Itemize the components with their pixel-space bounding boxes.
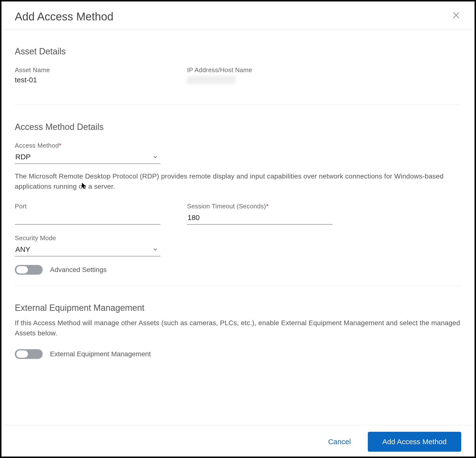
add-access-method-dialog: Add Access Method Asset Details Asset Na… [1, 1, 475, 457]
asset-details-heading: Asset Details [15, 46, 461, 57]
external-equipment-section: External Equipment Management If this Ac… [15, 286, 461, 370]
external-equipment-description: If this Access Method will manage other … [15, 318, 461, 338]
port-field-wrap: Port [15, 203, 160, 225]
external-equipment-toggle[interactable] [15, 349, 43, 359]
advanced-settings-label: Advanced Settings [50, 266, 107, 274]
close-icon[interactable] [451, 10, 461, 22]
advanced-settings-row: Advanced Settings [15, 265, 461, 275]
asset-details-section: Asset Details Asset Name test-01 IP Addr… [15, 29, 461, 105]
security-mode-select[interactable] [15, 244, 160, 256]
port-input[interactable] [15, 212, 160, 225]
dialog-footer: Cancel Add Access Method [1, 425, 475, 457]
dialog-content: Asset Details Asset Name test-01 IP Addr… [1, 29, 475, 425]
session-timeout-field-wrap: Session Timeout (Seconds)* [187, 203, 333, 225]
security-mode-label: Security Mode [15, 234, 461, 242]
external-equipment-heading: External Equipment Management [15, 303, 461, 313]
ip-value-redacted [187, 76, 236, 84]
access-method-details-section: Access Method Details Access Method* The… [15, 105, 461, 286]
cancel-button[interactable]: Cancel [328, 438, 351, 446]
ip-field: IP Address/Host Name [187, 66, 252, 84]
external-equipment-toggle-label: External Equipment Management [50, 350, 151, 358]
asset-name-field: Asset Name test-01 [15, 66, 160, 84]
advanced-settings-toggle[interactable] [15, 265, 43, 275]
dialog-header: Add Access Method [1, 1, 475, 29]
session-timeout-input[interactable] [187, 212, 333, 225]
access-method-description: The Microsoft Remote Desktop Protocol (R… [15, 171, 461, 192]
dialog-title: Add Access Method [15, 10, 114, 23]
port-label: Port [15, 203, 160, 210]
asset-name-label: Asset Name [15, 66, 160, 74]
session-timeout-label: Session Timeout (Seconds)* [187, 203, 333, 210]
access-method-details-heading: Access Method Details [15, 122, 461, 132]
access-method-label: Access Method* [15, 142, 461, 149]
external-equipment-toggle-row: External Equipment Management [15, 349, 461, 359]
add-access-method-button[interactable]: Add Access Method [368, 432, 461, 452]
asset-name-value: test-01 [15, 76, 160, 84]
access-method-select[interactable] [15, 151, 160, 164]
ip-label: IP Address/Host Name [187, 66, 252, 74]
